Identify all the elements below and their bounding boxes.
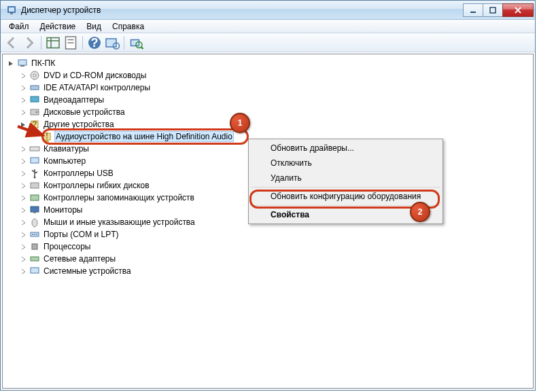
usb-icon bbox=[29, 168, 40, 179]
tree-item[interactable]: Системные устройства bbox=[4, 265, 532, 277]
svg-rect-34 bbox=[31, 195, 39, 200]
tree-item-label[interactable]: Порты (COM и LPT) bbox=[42, 229, 120, 240]
tree-item-label[interactable]: IDE ATA/ATAPI контроллеры bbox=[42, 82, 152, 93]
svg-rect-4 bbox=[490, 7, 496, 13]
svg-point-21 bbox=[33, 74, 36, 77]
window-controls bbox=[464, 1, 534, 19]
back-button bbox=[3, 35, 20, 51]
svg-text:?: ? bbox=[32, 120, 37, 129]
tree-item-label[interactable]: Сетевые адаптеры bbox=[42, 253, 117, 264]
tree-item[interactable]: Дисковые устройства bbox=[4, 106, 532, 118]
menu-help[interactable]: Справка bbox=[107, 20, 150, 33]
svg-rect-23 bbox=[31, 96, 39, 102]
svg-rect-5 bbox=[47, 37, 59, 48]
minimize-button[interactable] bbox=[463, 3, 483, 17]
cpu-icon bbox=[29, 241, 40, 252]
svg-text:!: ! bbox=[46, 131, 48, 141]
svg-rect-15 bbox=[131, 39, 139, 46]
tree-item-label[interactable]: Контроллеры запоминающих устройств bbox=[42, 192, 196, 203]
tree-item[interactable]: Порты (COM и LPT) bbox=[4, 228, 532, 240]
svg-rect-19 bbox=[20, 65, 24, 67]
expander-icon[interactable] bbox=[19, 108, 27, 116]
svg-point-37 bbox=[32, 219, 37, 227]
svg-rect-44 bbox=[31, 268, 39, 273]
expander-icon[interactable] bbox=[19, 255, 27, 263]
tree-item-label[interactable]: Процессоры bbox=[42, 241, 92, 252]
computer-icon bbox=[17, 58, 28, 69]
toolbar: ? bbox=[1, 33, 535, 52]
tree-item[interactable]: Видеоадаптеры bbox=[4, 94, 532, 106]
tree-item[interactable]: Сетевые адаптеры bbox=[4, 253, 532, 265]
expander-icon[interactable] bbox=[19, 120, 27, 128]
expander-icon[interactable] bbox=[19, 84, 27, 92]
svg-point-39 bbox=[32, 234, 33, 235]
tree-item-label[interactable]: Мониторы bbox=[42, 204, 84, 215]
cm-disable[interactable]: Отключить bbox=[250, 156, 441, 171]
tree-root[interactable]: ПК-ПК bbox=[4, 57, 532, 69]
expander-icon[interactable] bbox=[19, 206, 27, 214]
update-driver-button[interactable] bbox=[128, 35, 144, 51]
expander-icon[interactable] bbox=[19, 157, 27, 165]
maximize-button[interactable] bbox=[483, 3, 503, 17]
svg-rect-42 bbox=[32, 244, 37, 249]
svg-point-32 bbox=[34, 177, 36, 179]
svg-rect-35 bbox=[31, 207, 39, 212]
monitor-icon bbox=[29, 204, 40, 215]
expander-icon[interactable] bbox=[19, 169, 27, 177]
menu-file[interactable]: Файл bbox=[3, 20, 35, 33]
expander-icon[interactable] bbox=[19, 96, 27, 104]
toolbar-separator bbox=[124, 36, 124, 50]
cd-icon bbox=[29, 70, 40, 81]
cm-properties[interactable]: Свойства bbox=[250, 207, 441, 222]
expander-icon[interactable] bbox=[19, 71, 27, 79]
tree-item-label[interactable]: Мыши и иные указывающие устройства bbox=[42, 217, 196, 228]
tree-item-label[interactable]: Видеоадаптеры bbox=[42, 94, 105, 105]
tree-item[interactable]: IDE ATA/ATAPI контроллеры bbox=[4, 82, 532, 94]
menu-action[interactable]: Действие bbox=[35, 20, 82, 33]
tree-root-label[interactable]: ПК-ПК bbox=[30, 58, 56, 69]
expander-icon[interactable] bbox=[19, 267, 27, 275]
menubar: Файл Действие Вид Справка bbox=[1, 20, 535, 33]
tree-item-label[interactable]: Другие устройства bbox=[42, 119, 116, 130]
tree-item[interactable]: Процессоры bbox=[4, 240, 532, 253]
scan-button[interactable] bbox=[104, 35, 120, 51]
expander-icon[interactable] bbox=[7, 59, 15, 67]
expander-icon[interactable] bbox=[19, 218, 27, 226]
cm-scan-hardware[interactable]: Обновить конфигурацию оборудования bbox=[250, 189, 441, 204]
expander-icon[interactable] bbox=[19, 243, 27, 251]
svg-rect-33 bbox=[31, 183, 39, 188]
expander-icon[interactable] bbox=[19, 194, 27, 202]
tree-item-label[interactable]: Контроллеры USB bbox=[42, 168, 115, 179]
tree-item-label[interactable]: Клавиатуры bbox=[42, 143, 90, 154]
close-button[interactable] bbox=[502, 3, 534, 17]
expander-icon[interactable] bbox=[19, 181, 27, 190]
computer-icon bbox=[29, 156, 40, 166]
tree-item-label-selected[interactable]: Аудиоустройство на шине High Definition … bbox=[54, 131, 234, 142]
system-icon bbox=[29, 266, 40, 277]
disk-icon bbox=[29, 107, 40, 118]
svg-rect-2 bbox=[10, 13, 13, 14]
expander-icon[interactable] bbox=[19, 230, 27, 238]
svg-rect-18 bbox=[18, 60, 27, 65]
network-icon bbox=[29, 253, 40, 264]
show-hidden-button[interactable] bbox=[45, 35, 61, 51]
svg-rect-43 bbox=[31, 257, 39, 261]
svg-rect-36 bbox=[33, 212, 36, 213]
tree-item-label[interactable]: Контроллеры гибких дисков bbox=[42, 180, 151, 191]
expander-icon[interactable] bbox=[19, 145, 27, 153]
cm-delete[interactable]: Удалить bbox=[250, 171, 441, 185]
properties-button[interactable] bbox=[63, 35, 79, 51]
tree-item-label[interactable]: DVD и CD-ROM дисководы bbox=[42, 70, 148, 81]
mouse-icon bbox=[29, 217, 40, 228]
tree-item-other-devices[interactable]: ? Другие устройства bbox=[4, 118, 532, 130]
help-button[interactable]: ? bbox=[86, 35, 103, 51]
cm-update-drivers[interactable]: Обновить драйверы... bbox=[250, 141, 441, 156]
svg-point-25 bbox=[36, 111, 38, 113]
titlebar[interactable]: Диспетчер устройств bbox=[1, 1, 535, 20]
tree-item[interactable]: DVD и CD-ROM дисководы bbox=[4, 69, 532, 82]
svg-point-41 bbox=[36, 234, 37, 235]
tree-item-label[interactable]: Дисковые устройства bbox=[42, 107, 126, 118]
tree-item-label[interactable]: Системные устройства bbox=[42, 266, 133, 277]
menu-view[interactable]: Вид bbox=[81, 20, 107, 33]
tree-item-label[interactable]: Компьютер bbox=[42, 156, 87, 166]
